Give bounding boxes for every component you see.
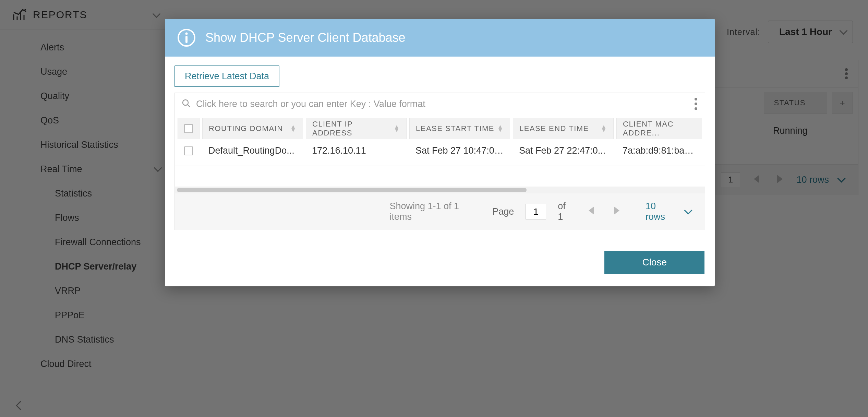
td-routing-domain: Default_RoutingDo... — [202, 145, 303, 156]
td-lease-end: Sat Feb 27 22:47:0... — [513, 145, 614, 156]
table-header-row: ROUTING DOMAIN ▲▼ CLIENT IP ADDRESS ▲▼ L… — [175, 115, 705, 142]
sort-icon: ▲▼ — [394, 125, 400, 132]
sort-icon: ▲▼ — [497, 125, 504, 132]
checkbox-icon[interactable] — [184, 146, 193, 155]
td-client-mac: 7a:ab:d9:81:ba:3b — [616, 145, 702, 156]
pager-rows-select[interactable]: 10 rows — [646, 201, 691, 222]
th-routing-domain[interactable]: ROUTING DOMAIN ▲▼ — [202, 118, 303, 139]
th-client-mac[interactable]: CLIENT MAC ADDRE... — [616, 118, 702, 139]
svg-point-3 — [183, 100, 188, 105]
modal-body: Retrieve Latest Data ROUTING DOMAIN ▲▼ C… — [165, 57, 715, 244]
th-label: CLIENT MAC ADDRE... — [623, 120, 696, 138]
pager-of-n: of 1 — [558, 201, 573, 222]
th-lease-end[interactable]: LEASE END TIME ▲▼ — [513, 118, 614, 139]
pager-next-icon[interactable] — [610, 206, 624, 217]
svg-line-4 — [188, 105, 190, 107]
pager-page-input[interactable] — [526, 204, 546, 219]
kebab-icon[interactable] — [695, 98, 698, 110]
horizontal-scrollbar[interactable] — [175, 187, 705, 193]
pager-showing: Showing 1-1 of 1 items — [389, 201, 481, 222]
search-icon — [182, 99, 191, 109]
pager-prev-icon[interactable] — [584, 206, 598, 217]
pager-rows-label: 10 rows — [646, 201, 676, 222]
td-lease-start: Sat Feb 27 10:47:06... — [409, 145, 510, 156]
th-label: CLIENT IP ADDRESS — [312, 120, 394, 138]
th-select-all[interactable] — [178, 118, 200, 139]
scrollbar-thumb[interactable] — [177, 188, 527, 192]
td-client-ip: 172.16.10.11 — [306, 145, 407, 156]
table-spacer — [175, 166, 705, 187]
th-lease-start[interactable]: LEASE START TIME ▲▼ — [409, 118, 510, 139]
modal-header: Show DHCP Server Client Database — [165, 19, 715, 57]
table-pager: Showing 1-1 of 1 items Page of 1 10 rows — [175, 193, 705, 230]
table-row: Default_RoutingDo... 172.16.10.11 Sat Fe… — [175, 142, 705, 166]
sort-icon: ▲▼ — [290, 125, 297, 132]
td-select[interactable] — [178, 146, 200, 155]
search-row — [175, 93, 705, 115]
th-label: ROUTING DOMAIN — [209, 124, 283, 133]
close-button[interactable]: Close — [604, 251, 704, 274]
modal-table: ROUTING DOMAIN ▲▼ CLIENT IP ADDRESS ▲▼ L… — [174, 93, 705, 230]
pager-page-label: Page — [492, 206, 514, 217]
retrieve-latest-data-button[interactable]: Retrieve Latest Data — [174, 65, 279, 87]
sort-icon: ▲▼ — [601, 125, 607, 132]
th-client-ip[interactable]: CLIENT IP ADDRESS ▲▼ — [306, 118, 407, 139]
modal-footer: Close — [165, 244, 715, 286]
info-icon — [177, 28, 196, 47]
svg-rect-2 — [185, 36, 188, 43]
dhcp-database-modal: Show DHCP Server Client Database Retriev… — [165, 19, 715, 286]
checkbox-icon[interactable] — [184, 124, 193, 133]
th-label: LEASE END TIME — [519, 124, 589, 133]
chevron-down-icon — [685, 206, 691, 217]
modal-title: Show DHCP Server Client Database — [205, 31, 406, 45]
search-input[interactable] — [196, 99, 689, 109]
svg-point-1 — [185, 33, 188, 35]
th-label: LEASE START TIME — [416, 124, 494, 133]
